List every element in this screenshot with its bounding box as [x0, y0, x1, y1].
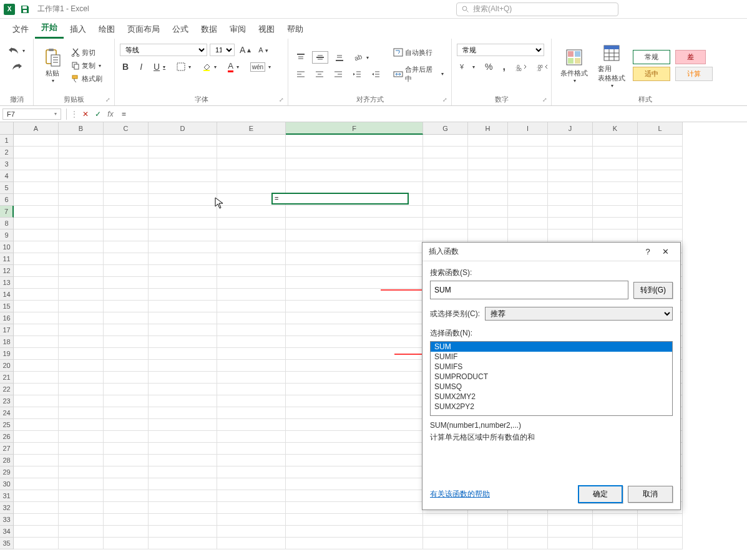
border-button[interactable]: ▾ — [174, 61, 193, 72]
cell-E23[interactable] — [217, 395, 286, 407]
cell-D14[interactable] — [149, 289, 217, 301]
cell-H33[interactable] — [468, 514, 508, 526]
row-header-16[interactable]: 16 — [0, 312, 14, 324]
paste-button[interactable]: 粘贴▾ — [39, 45, 66, 86]
percent-button[interactable]: % — [482, 60, 495, 73]
align-bottom-button[interactable] — [332, 52, 347, 63]
cell-G7[interactable] — [423, 206, 468, 218]
cell-F2[interactable] — [286, 147, 423, 158]
cell-D19[interactable] — [149, 348, 217, 360]
col-header-F[interactable]: F — [286, 122, 423, 135]
cell-C10[interactable] — [104, 241, 149, 253]
cell-C16[interactable] — [104, 312, 149, 324]
row-header-25[interactable]: 25 — [0, 419, 14, 431]
cell-K33[interactable] — [593, 514, 638, 526]
cell-E11[interactable] — [217, 253, 286, 265]
cell-C31[interactable] — [104, 490, 149, 502]
cell-F22[interactable] — [286, 384, 423, 395]
cell-B34[interactable] — [59, 526, 104, 538]
cell-B24[interactable] — [59, 407, 104, 419]
cell-D21[interactable] — [149, 372, 217, 384]
bold-button[interactable]: B — [120, 60, 131, 73]
italic-button[interactable]: I — [137, 60, 145, 73]
cell-K34[interactable] — [593, 526, 638, 538]
cell-F7[interactable] — [286, 206, 423, 218]
cell-D34[interactable] — [149, 526, 217, 538]
cell-A6[interactable] — [14, 194, 59, 206]
cell-L34[interactable] — [638, 526, 683, 538]
cell-G1[interactable] — [423, 135, 468, 147]
cell-G35[interactable] — [423, 538, 468, 549]
cell-E18[interactable] — [217, 336, 286, 348]
decrease-font-button[interactable]: A▾ — [256, 45, 270, 55]
cell-K9[interactable] — [593, 229, 638, 241]
cell-C22[interactable] — [104, 384, 149, 395]
row-header-7[interactable]: 7 — [0, 206, 14, 218]
cell-B22[interactable] — [59, 384, 104, 395]
row-header-13[interactable]: 13 — [0, 277, 14, 289]
cell-L2[interactable] — [638, 147, 683, 158]
cell-H2[interactable] — [468, 147, 508, 158]
cell-L7[interactable] — [638, 206, 683, 218]
cell-A35[interactable] — [14, 538, 59, 549]
cell-K6[interactable] — [593, 194, 638, 206]
cell-H4[interactable] — [468, 170, 508, 182]
cell-D26[interactable] — [149, 431, 217, 443]
cell-A13[interactable] — [14, 277, 59, 289]
col-header-C[interactable]: C — [104, 122, 149, 135]
cell-J34[interactable] — [548, 526, 593, 538]
cell-C29[interactable] — [104, 466, 149, 478]
cell-F25[interactable] — [286, 419, 423, 431]
tab-file[interactable]: 文件 — [6, 20, 35, 39]
cell-D27[interactable] — [149, 443, 217, 455]
cell-B4[interactable] — [59, 170, 104, 182]
cell-F18[interactable] — [286, 336, 423, 348]
col-header-E[interactable]: E — [217, 122, 286, 135]
function-item-sumsq[interactable]: SUMSQ — [431, 382, 672, 392]
increase-indent-button[interactable] — [368, 69, 383, 80]
cell-A22[interactable] — [14, 384, 59, 395]
cell-E21[interactable] — [217, 372, 286, 384]
row-header-32[interactable]: 32 — [0, 502, 14, 514]
row-header-18[interactable]: 18 — [0, 336, 14, 348]
tab-draw[interactable]: 绘图 — [92, 20, 121, 39]
cell-B12[interactable] — [59, 265, 104, 277]
cell-F20[interactable] — [286, 360, 423, 372]
tab-formulas[interactable]: 公式 — [166, 20, 195, 39]
cell-D25[interactable] — [149, 419, 217, 431]
align-left-button[interactable] — [293, 69, 308, 80]
col-header-B[interactable]: B — [59, 122, 104, 135]
cell-B33[interactable] — [59, 514, 104, 526]
formula-input[interactable] — [117, 109, 747, 120]
tab-view[interactable]: 视图 — [252, 20, 281, 39]
cell-L33[interactable] — [638, 514, 683, 526]
cell-B6[interactable] — [59, 194, 104, 206]
cell-F19[interactable] — [286, 348, 423, 360]
row-header-6[interactable]: 6 — [0, 194, 14, 206]
cell-A21[interactable] — [14, 372, 59, 384]
cell-I4[interactable] — [508, 170, 548, 182]
row-header-20[interactable]: 20 — [0, 360, 14, 372]
cell-F33[interactable] — [286, 514, 423, 526]
tab-insert[interactable]: 插入 — [64, 20, 92, 39]
format-as-table-button[interactable]: 套用 表格格式▾ — [594, 41, 629, 91]
cell-I35[interactable] — [508, 538, 548, 549]
cell-A32[interactable] — [14, 502, 59, 514]
dialog-close-button[interactable]: ✕ — [657, 247, 674, 256]
cell-C4[interactable] — [104, 170, 149, 182]
cell-E30[interactable] — [217, 478, 286, 490]
font-name-select[interactable]: 等线 — [120, 44, 207, 56]
cell-I8[interactable] — [508, 218, 548, 229]
cell-G9[interactable] — [423, 229, 468, 241]
cell-F14[interactable] — [286, 289, 423, 301]
cell-A24[interactable] — [14, 407, 59, 419]
cell-A10[interactable] — [14, 241, 59, 253]
ok-button[interactable]: 确定 — [578, 485, 623, 503]
cell-B10[interactable] — [59, 241, 104, 253]
cell-D31[interactable] — [149, 490, 217, 502]
conditional-format-button[interactable]: 条件格式▾ — [557, 45, 592, 86]
cell-F32[interactable] — [286, 502, 423, 514]
tab-help[interactable]: 帮助 — [281, 20, 310, 39]
phonetic-button[interactable]: wén▾ — [248, 61, 273, 73]
comma-button[interactable]: , — [500, 60, 507, 74]
